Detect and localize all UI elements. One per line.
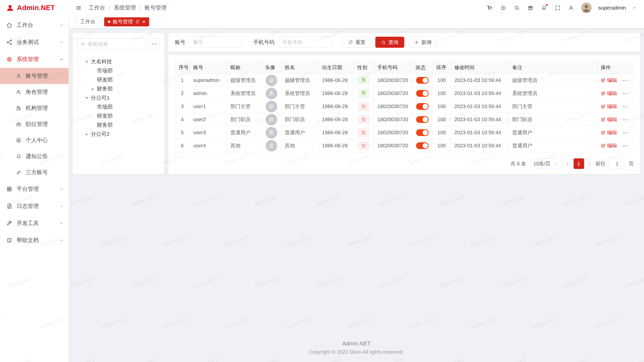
cell-birth-date: 1986-06-28 [318, 100, 354, 113]
sidebar-item-workbench[interactable]: 工作台 [0, 17, 69, 34]
prev-page-button[interactable]: ‹ [566, 160, 570, 167]
status-toggle[interactable] [416, 77, 429, 84]
tree-node[interactable]: ▸财务部 [77, 84, 160, 93]
sidebar-item-log-mgmt[interactable]: 日志管理 [0, 198, 69, 215]
logo[interactable]: Admin.NET [0, 0, 69, 16]
user-avatar[interactable] [581, 3, 592, 13]
toggle-knob [423, 143, 428, 148]
cell-gender: 女 [354, 139, 374, 152]
edit-button[interactable]: 编辑 [601, 103, 617, 110]
caret-down-icon[interactable]: ▾ [83, 59, 91, 64]
fullscreen-icon[interactable] [554, 4, 561, 11]
sidebar-item-label: 开发工具 [17, 219, 55, 227]
sidebar-item-dev-tools[interactable]: 开发工具 [0, 215, 69, 232]
chevron-down-icon [59, 221, 64, 225]
reset-button[interactable]: 重置 [342, 37, 371, 48]
more-actions-button[interactable]: ⋯ [622, 130, 628, 136]
cell-birth-date: 1986-06-28 [318, 139, 354, 152]
edit-button-label: 编辑 [607, 103, 617, 110]
sidebar-item-third-party-account[interactable]: 三方账号 [0, 164, 69, 180]
sidebar-subitem-label: 职位管理 [26, 120, 48, 128]
circle-icon[interactable] [500, 4, 507, 11]
page-size-select[interactable]: 10条/页 [530, 158, 562, 169]
search-icon [80, 41, 86, 47]
plus-icon [414, 40, 419, 45]
page-number-1[interactable]: 1 [574, 158, 584, 169]
edit-button[interactable]: 编辑 [601, 142, 617, 149]
close-icon[interactable]: × [142, 19, 145, 25]
gift-icon[interactable] [527, 4, 534, 11]
sidebar-item-role-mgmt[interactable]: 角色管理 [0, 84, 69, 100]
status-toggle[interactable] [416, 116, 429, 123]
tree-node[interactable]: 研发部 [77, 111, 160, 120]
cell-name: 系统管理员 [281, 87, 318, 100]
more-actions-button[interactable]: ⋯ [622, 143, 628, 149]
edit-button[interactable]: 编辑 [601, 90, 617, 97]
breadcrumb-separator: / [109, 5, 110, 11]
user-icon[interactable] [568, 4, 575, 11]
sidebar-item-system-mgmt[interactable]: 系统管理 [0, 51, 69, 68]
sidebar-item-position-mgmt[interactable]: 职位管理 [0, 116, 69, 132]
chevron-down-icon [59, 187, 64, 191]
table-row: 3user1部门主管部部门主管1986-06-28女18020030720100… [175, 100, 634, 113]
status-toggle[interactable] [416, 142, 429, 149]
refresh-icon[interactable] [135, 20, 140, 24]
breadcrumb-item[interactable]: 系统管理 [114, 4, 136, 12]
tree-node[interactable]: 市场部 [77, 102, 160, 111]
tree-node[interactable]: ▸分公司2 [77, 129, 160, 139]
tree-node[interactable]: 市场部 [77, 66, 160, 75]
cell-phone: 18020030720 [374, 100, 412, 113]
caret-right-icon[interactable]: ▸ [83, 131, 91, 137]
add-button[interactable]: 新增 [408, 37, 437, 48]
more-actions-button[interactable]: ⋯ [622, 90, 628, 97]
font-size-icon[interactable]: Tr [486, 4, 493, 11]
sidebar-item-personal-center[interactable]: 个人中心 [0, 132, 69, 148]
cell-status [412, 139, 433, 152]
edit-button[interactable]: 编辑 [601, 116, 617, 123]
status-toggle[interactable] [416, 90, 429, 97]
tree-node[interactable]: ▾分公司1 [77, 93, 160, 102]
tree-node[interactable]: 研发部 [77, 75, 160, 84]
username[interactable]: superadmin [598, 5, 626, 11]
sidebar-item-org-mgmt[interactable]: 机构管理 [0, 100, 69, 116]
caret-down-icon[interactable]: ▾ [83, 95, 91, 101]
chevron-down-icon[interactable] [632, 6, 636, 10]
tab-workbench[interactable]: 工作台 [75, 17, 100, 26]
tree-node[interactable]: 财务部 [77, 120, 160, 129]
edit-button-label: 编辑 [607, 116, 617, 123]
next-page-button[interactable]: › [588, 160, 592, 167]
goto-page-input[interactable] [609, 158, 625, 169]
edit-button[interactable]: 编辑 [601, 129, 617, 136]
org-search-input[interactable] [88, 41, 142, 47]
more-actions-button[interactable]: ⋯ [622, 104, 628, 110]
breadcrumb-item[interactable]: 工作台 [89, 4, 105, 12]
more-actions-button[interactable]: ⋯ [622, 117, 628, 123]
sidebar-item-business-test[interactable]: 业务测试 [0, 34, 69, 51]
caret-right-icon[interactable]: ▸ [89, 86, 97, 92]
more-options-button[interactable]: ⋯ [149, 38, 160, 50]
query-button[interactable]: 查询 [375, 37, 404, 48]
search-icon[interactable] [513, 4, 520, 11]
more-actions-button[interactable]: ⋯ [622, 77, 628, 83]
status-toggle[interactable] [416, 129, 429, 136]
edit-button[interactable]: 编辑 [601, 77, 617, 84]
table-row: 5user3普通用户普普通用户1986-06-28女18020030720100… [175, 126, 634, 139]
sidebar-item-notice[interactable]: 通知公告 [0, 148, 69, 164]
sidebar-item-platform-mgmt[interactable]: 平台管理 [0, 180, 69, 198]
phone-filter-input[interactable] [278, 37, 332, 48]
sidebar-item-help-docs[interactable]: 帮助文档 [0, 232, 69, 249]
tree-node[interactable]: ▾大名科技 [77, 57, 160, 66]
sidebar-item-account-mgmt[interactable]: 账号管理 [0, 68, 69, 84]
cell-gender: 女 [354, 100, 374, 113]
tree-node-label: 研发部 [97, 76, 113, 83]
bell-icon[interactable] [540, 4, 547, 11]
status-toggle[interactable] [416, 103, 429, 110]
cell-gender: 男 [354, 74, 374, 87]
account-filter-input[interactable] [189, 37, 243, 48]
org-tree: ▾大名科技市场部研发部▸财务部▾分公司1市场部研发部财务部▸分公司2 [77, 57, 160, 168]
tab-account-mgmt[interactable]: 账号管理 × [104, 17, 149, 26]
hamburger-menu-icon[interactable] [75, 4, 82, 11]
toggle-knob [423, 104, 428, 109]
tab-bar: 工作台 账号管理 × [69, 16, 644, 28]
document-icon [6, 203, 13, 209]
